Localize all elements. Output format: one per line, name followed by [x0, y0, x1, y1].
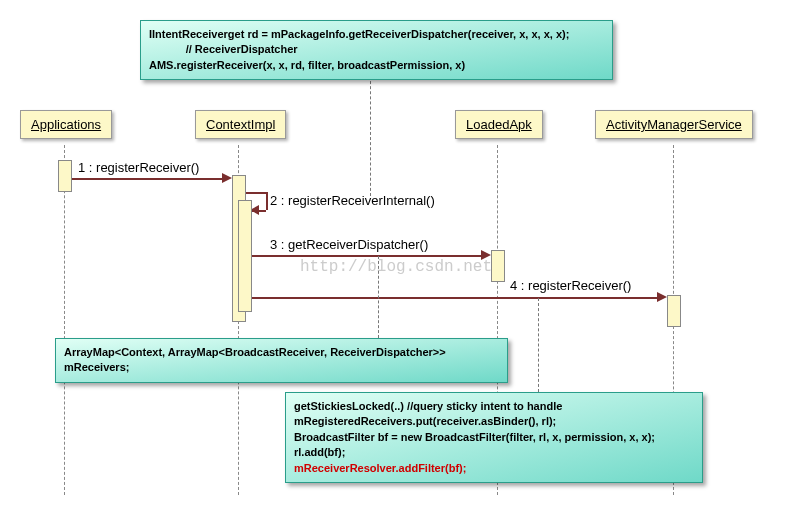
msg1-label: 1 : registerReceiver() [78, 160, 199, 175]
msg1-line [70, 178, 225, 180]
msg4-line [250, 297, 660, 299]
lifeline-applications: Applications [20, 110, 112, 139]
note-bottom-line1: getStickiesLocked(..) //query sticky int… [294, 400, 562, 412]
watermark-text: http://blog.csdn.net/ [300, 258, 502, 276]
msg4-arrow [657, 292, 667, 302]
msg2-line-vert [266, 192, 268, 210]
note-top-line2: // ReceiverDispatcher [186, 43, 298, 55]
msg2-label: 2 : registerReceiverInternal() [270, 193, 435, 208]
note-bottom-line3: BroadcastFilter bf = new BroadcastFilter… [294, 431, 655, 443]
note-bottom: getStickiesLocked(..) //query sticky int… [285, 392, 703, 483]
msg3-label: 3 : getReceiverDispatcher() [270, 237, 428, 252]
note-mid: ArrayMap<Context, ArrayMap<BroadcastRece… [55, 338, 508, 383]
note-bottom-line2: mRegisteredReceivers.put(receiver.asBind… [294, 415, 556, 427]
activation-loadedapk [491, 250, 505, 282]
activation-ams [667, 295, 681, 327]
note-mid-text: ArrayMap<Context, ArrayMap<BroadcastRece… [64, 346, 446, 373]
activation-contextimpl-inner [238, 200, 252, 312]
note-top-line1: IIntentReceiverget rd = mPackageInfo.get… [149, 28, 569, 40]
msg2-line-top [244, 192, 266, 194]
note-bottom-connector [538, 298, 539, 392]
msg1-arrow [222, 173, 232, 183]
note-bottom-line4: rl.add(bf); [294, 446, 345, 458]
note-top-connector [370, 76, 371, 196]
lifeline-loadedapk: LoadedApk [455, 110, 543, 139]
lifeline-contextimpl: ContextImpl [195, 110, 286, 139]
note-mid-connector [378, 256, 379, 338]
note-top-line3: AMS.registerReceiver(x, x, rd, filter, b… [149, 59, 465, 71]
lifeline-dash-applications [64, 145, 65, 495]
msg4-label: 4 : registerReceiver() [510, 278, 631, 293]
note-top: IIntentReceiverget rd = mPackageInfo.get… [140, 20, 613, 80]
msg3-arrow [481, 250, 491, 260]
note-bottom-line5: mReceiverResolver.addFilter(bf); [294, 462, 466, 474]
lifeline-ams: ActivityManagerService [595, 110, 753, 139]
activation-applications [58, 160, 72, 192]
msg3-line [250, 255, 485, 257]
